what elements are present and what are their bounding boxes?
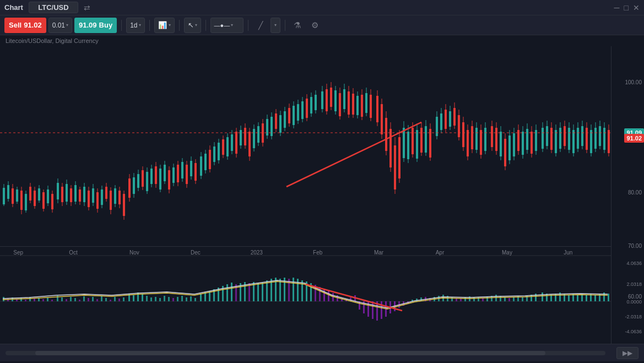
svg-rect-279 <box>25 300 26 301</box>
svg-rect-284 <box>47 297 48 301</box>
scrollbar-area: ▶▶ <box>0 344 644 361</box>
draw-line-button[interactable]: ╱ <box>253 18 268 33</box>
settings-button[interactable]: ⚙ <box>307 18 323 33</box>
svg-rect-339 <box>293 278 294 301</box>
svg-rect-307 <box>150 297 152 301</box>
time-dec: Dec <box>191 250 201 256</box>
svg-rect-290 <box>74 298 76 301</box>
svg-rect-289 <box>70 297 72 301</box>
chart-canvas[interactable]: H: 105.66 <box>0 46 611 344</box>
svg-rect-331 <box>257 283 259 301</box>
separator-3 <box>179 20 180 31</box>
buy-button[interactable]: 91.09 Buy <box>74 18 117 33</box>
svg-rect-299 <box>114 297 116 301</box>
svg-rect-283 <box>42 299 44 301</box>
svg-rect-275 <box>7 299 9 301</box>
svg-rect-313 <box>177 297 178 301</box>
indicator-0: 0.0000 <box>626 299 642 305</box>
svg-rect-398 <box>555 294 556 301</box>
lot-size-dropdown[interactable]: 0.01 ▾ <box>48 18 72 33</box>
window-controls: ─ □ ✕ <box>614 3 640 12</box>
svg-rect-347 <box>328 291 329 301</box>
svg-rect-385 <box>495 295 497 301</box>
time-mar: Mar <box>374 250 383 256</box>
svg-rect-310 <box>164 296 165 301</box>
chart-label: Chart <box>4 3 23 12</box>
line-tool-dropdown[interactable]: —●— ▾ <box>210 18 243 33</box>
scrollbar-thumb[interactable] <box>35 351 545 355</box>
indicator-n4: -4.0636 <box>625 329 642 334</box>
svg-rect-338 <box>288 279 290 301</box>
svg-rect-311 <box>168 297 170 301</box>
svg-rect-317 <box>194 298 196 301</box>
svg-rect-297 <box>105 298 107 301</box>
svg-rect-401 <box>568 295 570 301</box>
svg-rect-410 <box>608 294 609 301</box>
indicator-n2: -2.0318 <box>625 314 642 319</box>
separator-1 <box>121 20 122 31</box>
svg-rect-298 <box>110 300 111 301</box>
indicators-arrow: ▾ <box>169 23 171 28</box>
buy-price: 91.09 <box>79 21 97 29</box>
scroll-right-button[interactable]: ▶▶ <box>616 347 638 359</box>
time-apr: Apr <box>436 250 445 256</box>
indicators-dropdown[interactable]: 📊 ▾ <box>154 18 175 33</box>
timeframe-dropdown[interactable]: 1d ▾ <box>126 18 144 33</box>
svg-rect-325 <box>231 283 232 301</box>
minimize-button[interactable]: ─ <box>614 3 620 12</box>
svg-rect-348 <box>332 293 334 301</box>
price-100: 100.00 <box>625 79 642 85</box>
indicator-2: 2.0318 <box>626 281 642 287</box>
separator-6 <box>285 20 285 31</box>
svg-rect-309 <box>159 298 161 301</box>
svg-rect-294 <box>92 297 94 301</box>
svg-rect-375 <box>451 297 453 301</box>
timeframe-arrow: ▾ <box>139 23 141 28</box>
svg-rect-407 <box>594 295 596 301</box>
draw-line-dropdown[interactable]: ▾ <box>270 18 280 33</box>
svg-rect-333 <box>266 280 268 301</box>
sell-price: 91.02 <box>24 21 42 29</box>
svg-rect-332 <box>262 282 263 301</box>
cursor-icon: ↖ <box>188 21 194 29</box>
buy-label: Buy <box>99 21 113 29</box>
top-bar: Chart LTC/USD ⇄ ─ □ ✕ <box>0 0 644 15</box>
line-tool-icon: —●— <box>214 22 230 29</box>
svg-rect-381 <box>478 297 479 301</box>
flask-button[interactable]: ⚗ <box>290 18 305 33</box>
svg-rect-305 <box>142 294 143 301</box>
svg-rect-403 <box>577 295 578 301</box>
separator-2 <box>149 20 150 31</box>
maximize-button[interactable]: □ <box>624 3 629 12</box>
scrollbar-track[interactable] <box>6 351 605 355</box>
time-sep: Sep <box>13 250 23 256</box>
svg-rect-280 <box>29 297 31 301</box>
lot-size-value: 0.01 <box>52 21 65 29</box>
indicator-4: 4.0636 <box>626 261 642 266</box>
svg-rect-301 <box>123 297 125 301</box>
sync-icon[interactable]: ⇄ <box>82 2 93 13</box>
svg-rect-314 <box>181 296 183 301</box>
sell-button[interactable]: Sell 91.02 <box>4 18 46 33</box>
line-tool-arrow: ▾ <box>231 23 233 28</box>
svg-rect-318 <box>200 294 202 301</box>
chart-subtitle: Litecoin/USDollar, Digital Currency <box>0 35 644 46</box>
price-60: 60.00 <box>628 293 642 299</box>
time-jun: Jun <box>564 250 572 256</box>
close-button[interactable]: ✕ <box>633 3 640 12</box>
chart-svg <box>0 46 611 344</box>
svg-rect-319 <box>204 292 206 301</box>
main-chart-area: H: 105.66 <box>0 46 644 344</box>
timeframe-value: 1d <box>130 21 137 29</box>
svg-rect-382 <box>482 298 484 301</box>
svg-rect-378 <box>464 297 466 301</box>
time-feb: Feb <box>313 250 322 256</box>
price-sell-91-02: 91.02 <box>624 134 644 143</box>
time-may: May <box>502 250 512 256</box>
svg-rect-316 <box>190 296 192 301</box>
symbol-display[interactable]: LTC/USD <box>29 2 78 13</box>
time-axis: Sep Oct Nov Dec 2023 Feb Mar Apr May Jun <box>0 246 611 258</box>
time-oct: Oct <box>69 250 78 256</box>
price-70: 70.00 <box>628 242 642 248</box>
cursor-tool-dropdown[interactable]: ↖ ▾ <box>184 18 201 33</box>
